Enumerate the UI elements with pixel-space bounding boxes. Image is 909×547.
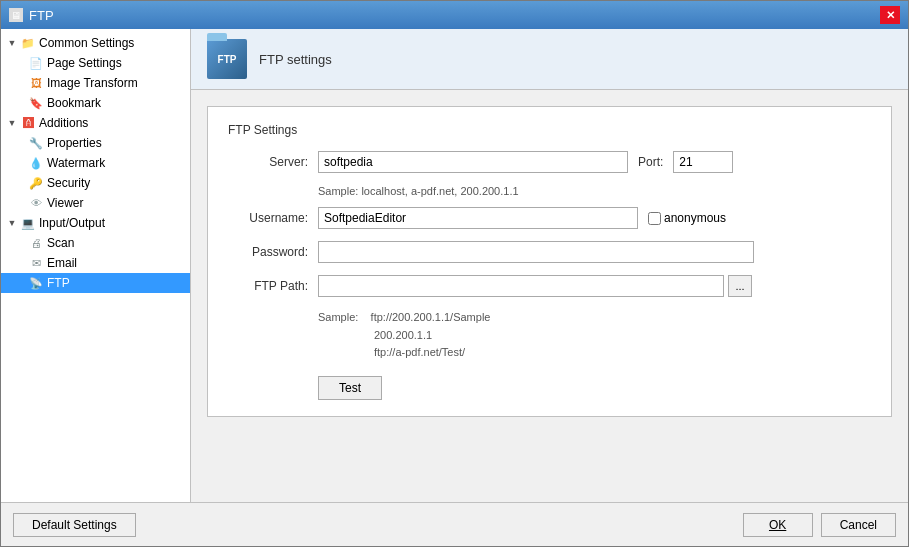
cancel-button[interactable]: Cancel — [821, 513, 896, 537]
viewer-icon: 👁 — [28, 195, 44, 211]
expand-icon — [13, 256, 27, 270]
expand-icon: ▼ — [5, 116, 19, 130]
username-row: Username: anonymous — [228, 207, 871, 229]
settings-group: FTP Settings Server: Port: Sample: local… — [207, 106, 892, 417]
expand-icon — [13, 156, 27, 170]
app-icon: 🖥 — [9, 8, 23, 22]
sidebar-item-page-settings[interactable]: 📄 Page Settings — [1, 53, 190, 73]
sidebar-item-image-transform[interactable]: 🖼 Image Transform — [1, 73, 190, 93]
port-input[interactable] — [673, 151, 733, 173]
ftp-sample-line3: ftp://a-pdf.net/Test/ — [374, 346, 465, 358]
close-button[interactable]: ✕ — [880, 6, 900, 24]
content-area: ▼ 📁 Common Settings 📄 Page Settings 🖼 Im… — [1, 29, 908, 502]
default-settings-button[interactable]: Default Settings — [13, 513, 136, 537]
password-input[interactable] — [318, 241, 754, 263]
expand-icon — [13, 196, 27, 210]
server-label: Server: — [228, 155, 308, 169]
email-icon: ✉ — [28, 255, 44, 271]
title-bar: 🖥 FTP ✕ — [1, 1, 908, 29]
anonymous-checkbox-label[interactable]: anonymous — [648, 211, 726, 225]
sidebar-item-ftp[interactable]: 📡 FTP — [1, 273, 190, 293]
expand-icon — [13, 176, 27, 190]
sidebar-item-common-settings[interactable]: ▼ 📁 Common Settings — [1, 33, 190, 53]
ftp-path-sample: Sample: ftp://200.200.1.1/Sample 200.200… — [318, 309, 871, 362]
ftp-path-label: FTP Path: — [228, 279, 308, 293]
sidebar-item-bookmark[interactable]: 🔖 Bookmark — [1, 93, 190, 113]
password-row: Password: — [228, 241, 871, 263]
ftp-path-controls: ... — [318, 275, 752, 297]
ftp-path-input[interactable] — [318, 275, 724, 297]
sidebar: ▼ 📁 Common Settings 📄 Page Settings 🖼 Im… — [1, 29, 191, 502]
settings-group-title: FTP Settings — [228, 123, 871, 137]
browse-button[interactable]: ... — [728, 275, 752, 297]
expand-icon — [13, 76, 27, 90]
additions-icon: 🅰 — [20, 115, 36, 131]
watermark-icon: 💧 — [28, 155, 44, 171]
sidebar-item-additions[interactable]: ▼ 🅰 Additions — [1, 113, 190, 133]
io-icon: 💻 — [20, 215, 36, 231]
scan-icon: 🖨 — [28, 235, 44, 251]
expand-icon: ▼ — [5, 216, 19, 230]
expand-icon: ▼ — [5, 36, 19, 50]
ftp-sample-label: Sample: — [318, 311, 358, 323]
footer: Default Settings OK Cancel — [1, 502, 908, 546]
ftp-large-icon: FTP — [207, 39, 247, 79]
security-icon: 🔑 — [28, 175, 44, 191]
sidebar-item-watermark[interactable]: 💧 Watermark — [1, 153, 190, 173]
ftp-icon: 📡 — [28, 275, 44, 291]
expand-icon — [13, 96, 27, 110]
title-bar-left: 🖥 FTP — [9, 8, 54, 23]
properties-icon: 🔧 — [28, 135, 44, 151]
test-button[interactable]: Test — [318, 376, 382, 400]
sidebar-item-email[interactable]: ✉ Email — [1, 253, 190, 273]
password-label: Password: — [228, 245, 308, 259]
footer-right: OK Cancel — [743, 513, 896, 537]
ftp-sample-line2: 200.200.1.1 — [374, 329, 432, 341]
expand-icon — [13, 56, 27, 70]
ok-button[interactable]: OK — [743, 513, 813, 537]
window-title: FTP — [29, 8, 54, 23]
folder-icon: 📁 — [20, 35, 36, 51]
page-icon: 📄 — [28, 55, 44, 71]
sidebar-item-scan[interactable]: 🖨 Scan — [1, 233, 190, 253]
server-input[interactable] — [318, 151, 628, 173]
panel-header: FTP FTP settings — [191, 29, 908, 90]
sidebar-item-properties[interactable]: 🔧 Properties — [1, 133, 190, 153]
anonymous-label: anonymous — [664, 211, 726, 225]
main-panel: FTP FTP settings FTP Settings Server: Po… — [191, 29, 908, 502]
sidebar-item-input-output[interactable]: ▼ 💻 Input/Output — [1, 213, 190, 233]
sidebar-item-security[interactable]: 🔑 Security — [1, 173, 190, 193]
username-input[interactable] — [318, 207, 638, 229]
sidebar-item-viewer[interactable]: 👁 Viewer — [1, 193, 190, 213]
server-sample: Sample: localhost, a-pdf.net, 200.200.1.… — [318, 185, 871, 197]
expand-icon — [13, 236, 27, 250]
bookmark-icon: 🔖 — [28, 95, 44, 111]
panel-title: FTP settings — [259, 52, 332, 67]
ftp-path-row: FTP Path: ... — [228, 275, 871, 297]
server-row: Server: Port: — [228, 151, 871, 173]
ftp-sample-line1: ftp://200.200.1.1/Sample — [371, 311, 491, 323]
test-button-row: Test — [228, 362, 871, 400]
panel-body: FTP Settings Server: Port: Sample: local… — [191, 90, 908, 502]
username-label: Username: — [228, 211, 308, 225]
expand-icon — [13, 136, 27, 150]
main-window: 🖥 FTP ✕ ▼ 📁 Common Settings 📄 Page Setti… — [0, 0, 909, 547]
anonymous-checkbox[interactable] — [648, 212, 661, 225]
image-icon: 🖼 — [28, 75, 44, 91]
port-label: Port: — [638, 155, 663, 169]
expand-icon — [13, 276, 27, 290]
